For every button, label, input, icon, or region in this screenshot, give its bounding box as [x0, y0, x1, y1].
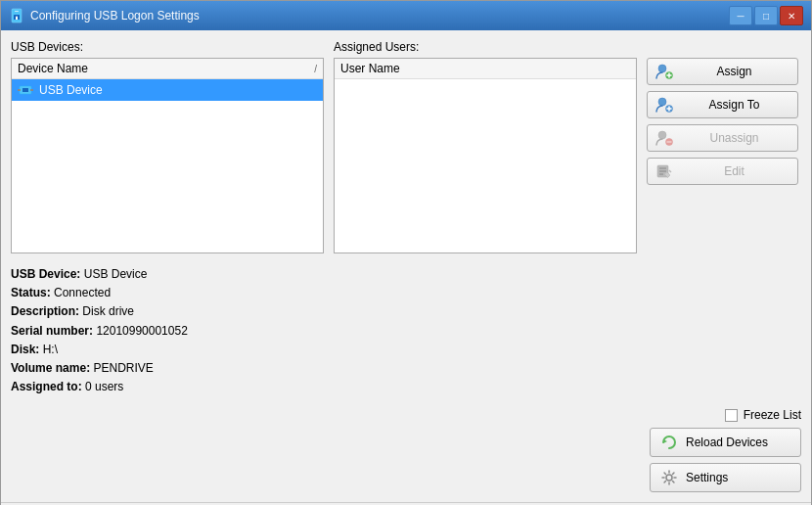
svg-rect-8	[30, 89, 33, 91]
title-controls: ─ □ ✕	[729, 6, 803, 25]
svg-point-26	[666, 475, 672, 481]
user-name-header: User Name	[335, 59, 636, 79]
device-info-line1: USB Device: USB Device	[11, 265, 801, 284]
disk-label: Disk:	[11, 343, 39, 356]
svg-rect-3	[16, 18, 18, 21]
device-info-line7: Assigned to: 0 users	[11, 378, 801, 396]
svg-rect-6	[23, 88, 28, 92]
svg-point-13	[658, 98, 666, 106]
assign-to-button[interactable]: Assign To	[647, 91, 798, 118]
close-button[interactable]: ✕	[780, 6, 803, 25]
volume-value: PENDRIVE	[93, 361, 153, 375]
usb-devices-listbox[interactable]: Device Name / USB Device	[11, 58, 324, 253]
status-value: Connected	[54, 286, 111, 299]
assigned-users-label: Assigned Users:	[334, 40, 637, 54]
serial-value: 12010990001052	[96, 324, 187, 338]
sort-icon: /	[314, 64, 317, 74]
usb-device-item[interactable]: USB Device	[12, 79, 323, 101]
disk-value: H:\	[43, 343, 58, 356]
usb-device-name: USB Device	[39, 83, 103, 97]
title-bar-left: Configuring USB Logon Settings	[9, 8, 200, 23]
assign-button[interactable]: Assign	[647, 58, 798, 85]
edit-icon	[655, 162, 673, 180]
reload-devices-button[interactable]: Reload Devices	[650, 428, 801, 457]
usb-devices-panel: USB Devices: Device Name /	[11, 40, 324, 253]
unassign-label: Unassign	[679, 131, 789, 145]
volume-label: Volume name:	[11, 361, 90, 375]
usb-devices-label: USB Devices:	[11, 40, 324, 54]
device-name-column: Device Name	[18, 62, 88, 75]
usb-device-icon	[18, 82, 33, 98]
edit-button[interactable]: Edit	[647, 158, 798, 185]
device-label: USB Device:	[11, 267, 80, 281]
minimize-button[interactable]: ─	[729, 6, 752, 25]
device-name-header: Device Name /	[12, 59, 323, 79]
main-area: USB Devices: Device Name /	[11, 40, 801, 253]
device-value: USB Device	[84, 267, 148, 281]
freeze-list-label: Freeze List	[744, 408, 801, 422]
svg-marker-25	[663, 439, 667, 443]
app-icon	[9, 8, 24, 23]
bottom-controls: Freeze List Reload Devices	[11, 408, 801, 492]
device-info-line5: Disk: H:\	[11, 341, 801, 359]
serial-label: Serial number:	[11, 324, 93, 338]
content-area: USB Devices: Device Name /	[1, 30, 811, 502]
svg-point-9	[658, 65, 666, 72]
unassign-button[interactable]: Unassign	[647, 124, 798, 152]
user-name-column: User Name	[340, 62, 400, 75]
device-info-line4: Serial number: 12010990001052	[11, 322, 801, 341]
reload-icon	[660, 434, 678, 451]
description-label: Description:	[11, 304, 79, 318]
assign-label: Assign	[679, 65, 789, 78]
settings-icon	[660, 469, 678, 486]
device-info-section: USB Device: USB Device Status: Connected…	[11, 265, 801, 396]
settings-button[interactable]: Settings	[650, 463, 801, 492]
svg-rect-4	[15, 11, 19, 12]
reload-devices-label: Reload Devices	[686, 436, 768, 449]
assigned-users-listbox[interactable]: User Name	[334, 58, 637, 253]
device-info-line3: Description: Disk drive	[11, 302, 801, 321]
edit-label: Edit	[679, 164, 789, 178]
assign-to-label: Assign To	[679, 98, 789, 112]
assigned-users-panel: Assigned Users: User Name	[334, 40, 637, 253]
assign-icon	[655, 63, 673, 80]
status-label: Status:	[11, 286, 51, 299]
assign-to-icon	[655, 96, 673, 114]
device-info-line2: Status: Connected	[11, 284, 801, 302]
title-bar: Configuring USB Logon Settings ─ □ ✕	[1, 1, 811, 30]
svg-rect-7	[18, 89, 21, 91]
action-buttons-panel: Assign Assign To	[647, 40, 798, 253]
window-title: Configuring USB Logon Settings	[30, 9, 200, 23]
svg-line-24	[669, 170, 671, 172]
assigned-label: Assigned to:	[11, 380, 82, 393]
maximize-button[interactable]: □	[754, 6, 778, 25]
settings-label: Settings	[686, 471, 728, 484]
freeze-list-checkbox[interactable]	[725, 409, 738, 422]
svg-point-17	[658, 131, 666, 139]
unassign-icon	[655, 129, 673, 147]
main-window: Configuring USB Logon Settings ─ □ ✕ USB…	[0, 0, 812, 505]
freeze-row: Freeze List	[725, 408, 801, 422]
description-value: Disk drive	[82, 304, 134, 318]
assigned-value: 0 users	[85, 380, 123, 393]
device-info-line6: Volume name: PENDRIVE	[11, 359, 801, 378]
